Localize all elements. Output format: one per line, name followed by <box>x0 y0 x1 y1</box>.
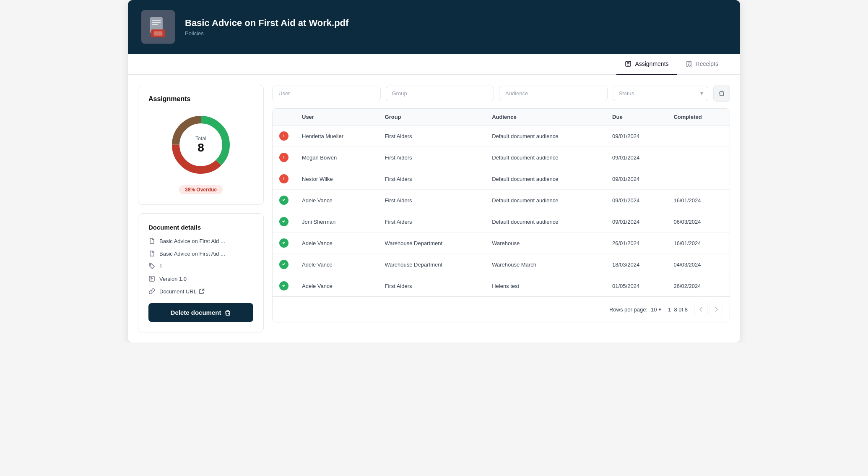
svg-rect-6 <box>154 31 163 35</box>
doc-detail-url[interactable]: Document URL <box>148 288 253 295</box>
tab-assignments[interactable]: Assignments <box>616 54 677 75</box>
chevron-left-icon <box>698 306 704 312</box>
status-icon <box>279 153 288 162</box>
total-label: Total <box>195 136 206 141</box>
completed-icon <box>281 283 286 288</box>
cell-completed: 26/02/2024 <box>667 275 730 297</box>
table-row: Henrietta Mueller First Aiders Default d… <box>273 126 730 147</box>
trash-filter-icon <box>718 90 725 97</box>
col-user: User <box>295 109 378 126</box>
doc-detail-file1-text: Basic Advice on First Aid ... <box>159 238 225 244</box>
user-cell <box>279 174 288 183</box>
delete-button-label: Delete document <box>171 309 221 316</box>
prev-page-button[interactable] <box>694 303 708 316</box>
col-group: Group <box>378 109 486 126</box>
table-row: Megan Bowen First Aiders Default documen… <box>273 147 730 168</box>
sidebar: Assignments <box>138 85 264 332</box>
cell-completed: 04/03/2024 <box>667 254 730 275</box>
document-url-text: Document URL <box>159 288 197 295</box>
page-header: Basic Advice on First Aid at Work.pdf Po… <box>128 0 740 54</box>
rows-per-page-select[interactable]: 10 25 50 <box>651 306 664 313</box>
tabs-bar: Assignments Receipts <box>128 54 740 75</box>
cell-audience: Warehouse March <box>485 254 606 275</box>
cell-audience: Warehouse <box>485 233 606 254</box>
cell-audience: Default document audience <box>485 190 606 211</box>
cell-status <box>273 275 295 297</box>
status-icon <box>279 196 288 205</box>
tab-receipts[interactable]: Receipts <box>677 54 727 75</box>
completed-icon <box>281 262 286 267</box>
group-filter-input[interactable] <box>386 86 494 101</box>
cell-user: Megan Bowen <box>295 147 378 168</box>
cell-due: 09/01/2024 <box>606 126 667 147</box>
cell-group: Warehouse Department <box>378 254 486 275</box>
audience-filter-input[interactable] <box>499 86 608 101</box>
assignments-chart-section: Assignments <box>138 85 264 205</box>
cell-due: 09/01/2024 <box>606 147 667 168</box>
cell-group: First Aiders <box>378 168 486 190</box>
delete-document-button[interactable]: Delete document <box>148 303 253 322</box>
cell-audience: Default document audience <box>485 147 606 168</box>
status-filter-select[interactable]: Status Overdue Completed <box>613 86 709 101</box>
assignments-heading: Assignments <box>148 95 253 103</box>
file-icon-1 <box>148 238 155 244</box>
overdue-badge: 38% Overdue <box>179 185 223 194</box>
assignments-icon <box>625 60 632 67</box>
overdue-icon <box>281 176 286 181</box>
cell-due: 09/01/2024 <box>606 190 667 211</box>
version-icon <box>148 275 155 282</box>
status-icon <box>279 238 288 248</box>
user-cell <box>279 131 288 141</box>
doc-details-heading: Document details <box>148 224 253 231</box>
document-icon <box>141 10 175 44</box>
filters-bar: Status Overdue Completed <box>272 85 730 102</box>
receipts-icon <box>686 60 692 67</box>
cell-due: 18/03/2024 <box>606 254 667 275</box>
table-row: Joni Sherman First Aiders Default docume… <box>273 211 730 233</box>
badge-container: 38% Overdue <box>148 185 253 194</box>
rows-per-page-container: Rows per page: 10 25 50 <box>609 306 661 313</box>
donut-chart: Total 8 <box>167 111 234 178</box>
cell-group: First Aiders <box>378 211 486 233</box>
assignments-table-container: User Group Audience Due Completed <box>272 108 730 322</box>
status-icon <box>279 260 288 269</box>
cell-user: Adele Vance <box>295 233 378 254</box>
cell-status <box>273 126 295 147</box>
chevron-right-icon <box>713 306 719 312</box>
cell-due: 09/01/2024 <box>606 168 667 190</box>
rows-per-page-label: Rows per page: <box>609 306 647 313</box>
total-number: 8 <box>195 141 206 154</box>
trash-icon <box>224 309 231 316</box>
table-row: Nestor Wilke First Aiders Default docume… <box>273 168 730 190</box>
svg-rect-2 <box>152 20 161 21</box>
clear-filters-button[interactable] <box>713 85 730 102</box>
assignments-table: User Group Audience Due Completed <box>273 109 730 296</box>
cell-audience: Helens test <box>485 275 606 297</box>
doc-detail-version: Version 1.0 <box>148 275 253 282</box>
document-url-link[interactable]: Document URL <box>159 288 205 295</box>
tag-icon <box>148 263 155 269</box>
cell-completed: 06/03/2024 <box>667 211 730 233</box>
next-page-button[interactable] <box>709 303 723 316</box>
user-filter-input[interactable] <box>272 86 381 101</box>
doc-detail-version-text: Version 1.0 <box>159 276 187 282</box>
user-cell <box>279 238 288 248</box>
doc-detail-tag: 1 <box>148 263 253 269</box>
page-nav <box>694 303 723 316</box>
cell-user: Adele Vance <box>295 275 378 297</box>
completed-icon <box>281 219 286 224</box>
col-status <box>273 109 295 126</box>
document-title: Basic Advice on First Aid at Work.pdf <box>185 18 348 29</box>
cell-group: First Aiders <box>378 126 486 147</box>
user-cell <box>279 153 288 162</box>
content-area: Status Overdue Completed <box>272 85 730 332</box>
cell-audience: Default document audience <box>485 168 606 190</box>
cell-audience: Default document audience <box>485 126 606 147</box>
svg-rect-4 <box>152 24 158 25</box>
external-link-icon <box>198 288 205 295</box>
cell-completed <box>667 168 730 190</box>
document-category: Policies <box>185 30 348 37</box>
cell-user: Nestor Wilke <box>295 168 378 190</box>
user-cell <box>279 281 288 290</box>
cell-user: Henrietta Mueller <box>295 126 378 147</box>
